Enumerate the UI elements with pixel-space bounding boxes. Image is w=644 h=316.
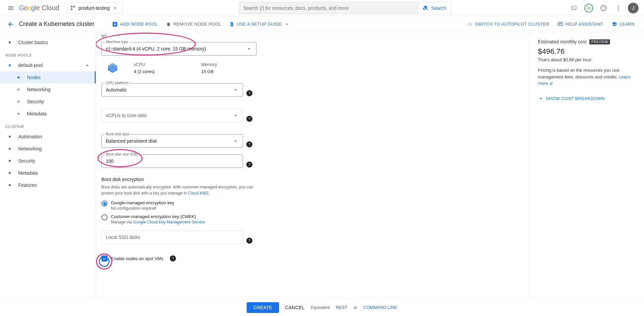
cost-pricing-text: Pricing is based on the resources you us… bbox=[538, 67, 636, 87]
sidebar-item-label: Security bbox=[27, 99, 44, 104]
cost-pricing-span: Pricing is based on the resources you us… bbox=[538, 68, 620, 79]
local-ssd-label: Local SSD disks bbox=[106, 235, 239, 240]
cloud-shell-icon[interactable] bbox=[567, 1, 581, 15]
setup-guide-button[interactable]: USE A SETUP GUIDE bbox=[225, 22, 293, 27]
encryption-heading: Boot disk encryption bbox=[101, 177, 298, 182]
help-icon[interactable]: ? bbox=[246, 116, 252, 122]
remove-node-pool-button[interactable]: REMOVE NODE POOL bbox=[162, 22, 225, 27]
sidebar-item-cluster-basics[interactable]: Cluster basics bbox=[0, 36, 96, 48]
search-input[interactable] bbox=[239, 5, 418, 11]
sidebar-item-cluster-networking[interactable]: Networking bbox=[0, 143, 96, 155]
project-name: product-testing bbox=[79, 5, 110, 11]
cpu-platform-select[interactable]: CPU platform Automatic bbox=[101, 83, 243, 97]
page-title: Create a Kubernetes cluster bbox=[19, 21, 94, 28]
memory-value: 15 GB bbox=[201, 69, 255, 74]
svg-point-10 bbox=[471, 24, 471, 24]
radio-sublabel: No configuration required bbox=[111, 206, 174, 211]
show-cost-breakdown-button[interactable]: SHOW COST BREAKDOWN bbox=[538, 96, 636, 102]
more-vert-icon[interactable] bbox=[612, 1, 625, 15]
svg-rect-0 bbox=[572, 6, 576, 10]
local-ssd-input[interactable]: Local SSD disks bbox=[101, 231, 243, 244]
help-icon[interactable]: ? bbox=[246, 141, 252, 147]
show-breakdown-label: SHOW COST BREAKDOWN bbox=[546, 96, 605, 101]
learn-button[interactable]: LEARN bbox=[607, 21, 639, 27]
radio-customer-managed[interactable]: Customer-managed encryption key (CMEK) M… bbox=[101, 214, 298, 224]
trash-icon bbox=[166, 22, 171, 27]
cost-value: $496.76 bbox=[538, 47, 636, 56]
sidebar-item-label: Networking bbox=[27, 87, 51, 92]
vcpu-value: 4 (2 cores) bbox=[134, 69, 188, 74]
machine-type-select[interactable]: Machine type n1-standard-4 (4 vCPU, 2 co… bbox=[101, 42, 256, 56]
sidebar-item-nodes[interactable]: Nodes bbox=[0, 71, 96, 83]
encryption-desc-text: Boot disks are automatically encrypted. … bbox=[101, 185, 253, 196]
sidebar-item-default-pool[interactable]: default-pool bbox=[0, 59, 96, 71]
avatar-initial: J bbox=[632, 5, 635, 11]
sidebar-item-label: Features bbox=[18, 182, 37, 188]
help-assistant-button[interactable]: HELP ASSISTANT bbox=[553, 21, 607, 27]
boot-disk-type-select[interactable]: Boot disk type Balanced persistent disk bbox=[101, 134, 243, 148]
chat-icon bbox=[557, 21, 563, 27]
switch-autopilot-button[interactable]: SWITCH TO AUTOPILOT CLUSTER bbox=[463, 21, 553, 27]
dropdown-icon bbox=[233, 112, 239, 118]
project-picker[interactable]: product-testing bbox=[66, 2, 123, 14]
sidebar-item-cluster-metadata[interactable]: Metadata bbox=[0, 167, 96, 179]
dropdown-icon bbox=[246, 46, 252, 52]
sidebar-item-label: Networking bbox=[18, 146, 42, 151]
sidebar-item-label: Cluster basics bbox=[18, 40, 48, 45]
svg-text:?: ? bbox=[603, 6, 605, 10]
boot-disk-size-label: Boot disk size (GB) bbox=[105, 152, 139, 156]
machine-type-icon bbox=[105, 60, 120, 76]
setup-guide-label: USE A SETUP GUIDE bbox=[237, 22, 282, 27]
search-button[interactable]: Search bbox=[418, 2, 451, 14]
svg-point-4 bbox=[618, 7, 619, 8]
svg-point-3 bbox=[618, 5, 619, 6]
sidebar: Cluster basics NODE POOLS default-pool N… bbox=[0, 32, 96, 299]
sidebar-item-label: Automation bbox=[18, 134, 42, 139]
back-icon[interactable] bbox=[5, 21, 16, 28]
sidebar-item-metadata[interactable]: Metadata bbox=[0, 108, 96, 120]
encryption-description: Boot disks are automatically encrypted. … bbox=[101, 184, 256, 196]
boot-disk-size-value: 100 bbox=[106, 159, 239, 164]
radio-google-managed[interactable]: Google-managed encryption key No configu… bbox=[101, 200, 298, 211]
spot-vms-checkbox-row[interactable]: Enable nodes on spot VMs ? bbox=[101, 255, 298, 261]
radio-label: Google-managed encryption key bbox=[111, 200, 174, 205]
radio-icon bbox=[101, 201, 108, 207]
add-box-icon bbox=[112, 21, 118, 27]
sidebar-item-cluster-security[interactable]: Security bbox=[0, 155, 96, 167]
machine-type-value: n1-standard-4 (4 vCPU, 2 core, 15 GB mem… bbox=[106, 46, 246, 51]
memory-header: Memory bbox=[201, 62, 255, 67]
help-icon[interactable]: ? bbox=[246, 90, 252, 96]
project-icon bbox=[70, 5, 76, 11]
kms-link[interactable]: Google Cloud Key Management Service bbox=[133, 220, 205, 224]
sidebar-item-features[interactable]: Features bbox=[0, 179, 96, 191]
help-icon[interactable]: ? bbox=[246, 162, 252, 168]
svg-point-5 bbox=[618, 9, 619, 10]
account-avatar[interactable]: J bbox=[626, 1, 640, 15]
help-icon[interactable]: ? bbox=[170, 255, 176, 261]
boot-disk-size-input[interactable]: Boot disk size (GB) 100 bbox=[101, 154, 243, 168]
sidebar-item-automation[interactable]: Automation bbox=[0, 131, 96, 143]
cpu-platform-label: CPU platform bbox=[105, 81, 130, 85]
add-node-pool-button[interactable]: ADD NODE POOL bbox=[108, 21, 162, 27]
sidebar-item-label: Nodes bbox=[27, 75, 40, 80]
google-cloud-logo[interactable]: Google Cloud bbox=[19, 4, 59, 12]
learn-icon bbox=[611, 21, 617, 27]
free-trial-badge[interactable]: 10 bbox=[582, 1, 595, 15]
sidebar-item-label: Metadata bbox=[27, 111, 47, 116]
preview-badge: PREVIEW bbox=[589, 39, 610, 44]
dropdown-icon bbox=[233, 138, 239, 144]
help-icon[interactable]: ? bbox=[246, 238, 252, 244]
cloud-kms-link[interactable]: Cloud KMS bbox=[188, 191, 209, 196]
sidebar-item-security[interactable]: Security bbox=[0, 96, 96, 108]
vcpu-ratio-select[interactable]: vCPUs to core ratio bbox=[101, 109, 243, 122]
radio-label: Customer-managed encryption key (CMEK) bbox=[111, 214, 205, 219]
sidebar-item-networking[interactable]: Networking bbox=[0, 83, 96, 96]
hamburger-icon[interactable] bbox=[4, 1, 18, 15]
svg-point-7 bbox=[468, 24, 468, 24]
spot-vms-label: Enable nodes on spot VMs bbox=[111, 256, 163, 261]
cost-panel: Estimated monthly cost PREVIEW $496.76 T… bbox=[529, 32, 644, 299]
sidebar-group-node-pools: NODE POOLS bbox=[0, 48, 96, 59]
help-icon[interactable]: ? bbox=[597, 1, 610, 15]
search-box[interactable]: Search bbox=[239, 2, 451, 14]
doc-icon bbox=[229, 22, 235, 27]
